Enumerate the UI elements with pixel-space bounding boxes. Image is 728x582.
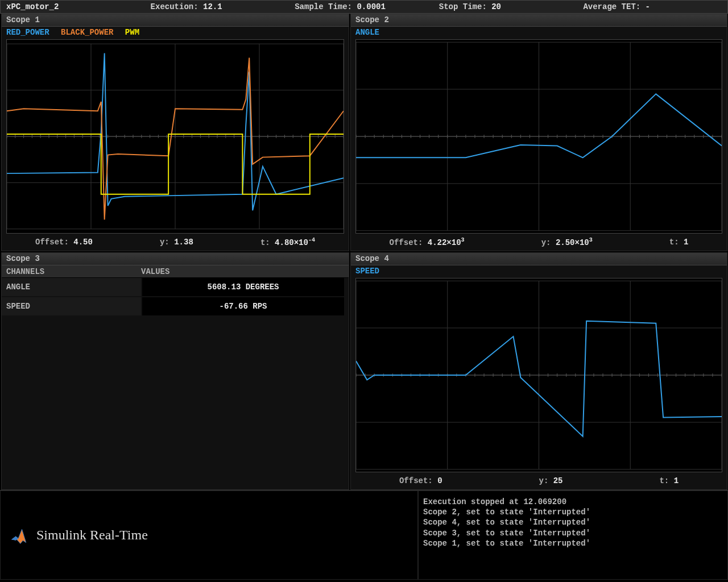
scope-1-panel: Scope 1 RED_POWER BLACK_POWER PWM Offset… (1, 14, 349, 251)
execution-time: Execution: 12.1 (151, 2, 289, 11)
scope-2-panel: Scope 2 ANGLE Offset: 4.22×103 y: 2.50×1… (350, 14, 727, 251)
log-line: Execution stopped at 12.069200 (423, 497, 723, 507)
scope-2-axis: Offset: 4.22×103 y: 2.50×103 t: 1 (351, 234, 727, 251)
legend-red-power: RED_POWER (6, 28, 49, 37)
channel-name: SPEED (2, 297, 141, 315)
scope-2-plot[interactable] (355, 39, 722, 234)
scope-4-panel: Scope 4 SPEED Offset: 0 y: 25 t: 1 (350, 252, 727, 490)
legend-angle: ANGLE (355, 28, 379, 37)
average-tet: Average TET: - (583, 2, 722, 11)
stop-time: Stop Time: 20 (439, 2, 578, 11)
sample-time: Sample Time: 0.0001 (295, 2, 433, 11)
footer: Simulink Real-Time Execution stopped at … (0, 490, 728, 580)
scope-4-title: Scope 4 (351, 253, 727, 265)
scope-1-title: Scope 1 (2, 14, 349, 27)
legend-black-power: BLACK_POWER (61, 28, 113, 37)
table-row: ANGLE 5608.13 DEGREES (2, 278, 349, 296)
scope-3-panel: Scope 3 CHANNELS VALUES ANGLE 5608.13 DE… (1, 252, 349, 490)
scope-4-axis: Offset: 0 y: 25 t: 1 (351, 472, 727, 489)
event-log: Execution stopped at 12.069200 Scope 2, … (418, 490, 728, 580)
status-bar: xPC_motor_2 Execution: 12.1 Sample Time:… (0, 0, 728, 14)
scope-2-legend: ANGLE (351, 27, 727, 39)
scope-3-title: Scope 3 (2, 253, 349, 265)
log-line: Scope 1, set to state 'Interrupted' (423, 538, 723, 548)
scope-1-plot[interactable] (6, 39, 344, 234)
log-line: Scope 3, set to state 'Interrupted' (423, 528, 723, 538)
matlab-icon (9, 525, 30, 546)
scope-2-title: Scope 2 (351, 14, 727, 27)
values-header: VALUES (141, 267, 169, 276)
scope-4-legend: SPEED (351, 265, 727, 278)
channel-value: -67.66 RPS (142, 297, 344, 315)
scope-3-table-header: CHANNELS VALUES (2, 265, 349, 278)
logo-text: Simulink Real-Time (36, 527, 148, 543)
scope-1-legend: RED_POWER BLACK_POWER PWM (2, 27, 349, 39)
log-line: Scope 2, set to state 'Interrupted' (423, 507, 723, 517)
legend-pwm: PWM (125, 28, 139, 37)
logo-area: Simulink Real-Time (0, 490, 418, 580)
scope-4-plot[interactable] (355, 278, 722, 472)
scope-1-axis: Offset: 4.50 y: 1.38 t: 4.80×10-4 (2, 234, 349, 251)
channel-name: ANGLE (2, 278, 141, 296)
channel-value: 5608.13 DEGREES (142, 278, 344, 296)
channels-header: CHANNELS (2, 267, 141, 276)
log-line: Scope 4, set to state 'Interrupted' (423, 517, 723, 527)
model-name: xPC_motor_2 (6, 2, 145, 11)
legend-speed: SPEED (355, 267, 379, 276)
table-row: SPEED -67.66 RPS (2, 297, 349, 315)
